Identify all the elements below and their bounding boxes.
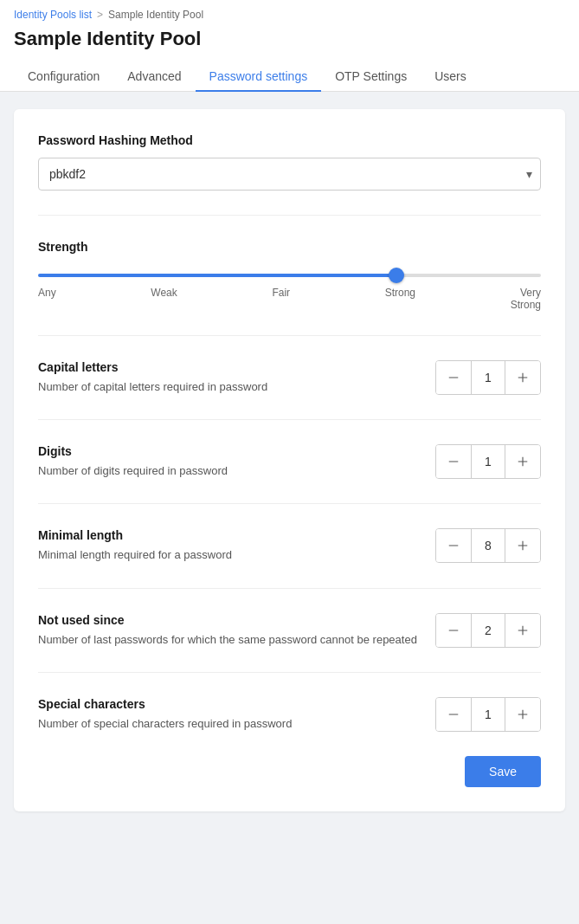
digits-control: 1 bbox=[435, 444, 541, 479]
content-area: Password Hashing Method pbkdf2 bcrypt ar… bbox=[0, 92, 579, 829]
divider-2 bbox=[38, 335, 541, 336]
minimal-length-increment[interactable] bbox=[505, 528, 540, 563]
tabs: Configuration Advanced Password settings… bbox=[14, 62, 565, 91]
capital-letters-desc: Number of capital letters required in pa… bbox=[38, 379, 418, 395]
breadcrumb: Identity Pools list > Sample Identity Po… bbox=[14, 9, 565, 21]
not-used-since-info: Not used since Number of last passwords … bbox=[38, 613, 435, 648]
digits-decrement[interactable] bbox=[436, 444, 471, 479]
capital-letters-title: Capital letters bbox=[38, 360, 418, 374]
not-used-since-title: Not used since bbox=[38, 613, 418, 627]
hashing-label: Password Hashing Method bbox=[38, 133, 541, 147]
not-used-since-value: 2 bbox=[471, 614, 505, 647]
hashing-section: Password Hashing Method pbkdf2 bcrypt ar… bbox=[38, 133, 541, 191]
tab-otp-settings[interactable]: OTP Settings bbox=[321, 62, 421, 92]
breadcrumb-current: Sample Identity Pool bbox=[108, 9, 203, 21]
not-used-since-row: Not used since Number of last passwords … bbox=[38, 613, 541, 648]
slider-label-strong: Strong bbox=[385, 287, 415, 311]
header: Identity Pools list > Sample Identity Po… bbox=[0, 0, 579, 92]
digits-desc: Number of digits required in password bbox=[38, 463, 418, 479]
capital-letters-value: 1 bbox=[471, 361, 505, 394]
special-characters-desc: Number of special characters required in… bbox=[38, 716, 418, 732]
slider-labels: Any Weak Fair Strong VeryStrong bbox=[38, 287, 541, 311]
slider-label-very-strong: VeryStrong bbox=[511, 287, 541, 311]
minus-icon bbox=[446, 707, 461, 722]
save-button[interactable]: Save bbox=[465, 756, 541, 787]
tab-password-settings[interactable]: Password settings bbox=[196, 62, 322, 92]
not-used-since-decrement[interactable] bbox=[436, 613, 471, 648]
special-characters-row: Special characters Number of special cha… bbox=[38, 697, 541, 732]
tab-configuration[interactable]: Configuration bbox=[14, 62, 113, 92]
minus-icon bbox=[446, 538, 461, 553]
special-characters-info: Special characters Number of special cha… bbox=[38, 697, 435, 732]
capital-letters-row: Capital letters Number of capital letter… bbox=[38, 360, 541, 395]
not-used-since-control: 2 bbox=[435, 613, 541, 648]
minimal-length-control: 8 bbox=[435, 528, 541, 563]
divider-1 bbox=[38, 215, 541, 216]
plus-icon bbox=[515, 538, 531, 553]
digits-title: Digits bbox=[38, 444, 418, 458]
slider-label-any: Any bbox=[38, 287, 56, 311]
plus-icon bbox=[515, 454, 531, 469]
plus-icon bbox=[515, 623, 531, 638]
capital-letters-info: Capital letters Number of capital letter… bbox=[38, 360, 435, 395]
plus-icon bbox=[515, 370, 531, 385]
save-row: Save bbox=[38, 756, 541, 787]
digits-increment[interactable] bbox=[505, 444, 540, 479]
settings-card: Password Hashing Method pbkdf2 bcrypt ar… bbox=[14, 109, 565, 811]
divider-5 bbox=[38, 588, 541, 589]
capital-letters-control: 1 bbox=[435, 360, 541, 395]
slider-label-weak: Weak bbox=[151, 287, 177, 311]
minus-icon bbox=[446, 623, 461, 638]
tab-advanced[interactable]: Advanced bbox=[113, 62, 195, 92]
divider-4 bbox=[38, 503, 541, 504]
breadcrumb-separator: > bbox=[97, 9, 103, 21]
not-used-since-increment[interactable] bbox=[505, 613, 540, 648]
strength-section: Strength Any Weak Fair Strong VeryStrong bbox=[38, 240, 541, 311]
special-characters-control: 1 bbox=[435, 697, 541, 732]
special-characters-title: Special characters bbox=[38, 697, 418, 711]
minus-icon bbox=[446, 454, 461, 469]
not-used-since-desc: Number of last passwords for which the s… bbox=[38, 632, 418, 648]
divider-3 bbox=[38, 419, 541, 420]
hashing-dropdown-wrapper: pbkdf2 bcrypt argon2 ▾ bbox=[38, 158, 541, 191]
digits-value: 1 bbox=[471, 445, 505, 478]
page-title: Sample Identity Pool bbox=[14, 28, 565, 50]
hashing-dropdown[interactable]: pbkdf2 bcrypt argon2 bbox=[38, 158, 541, 191]
minus-icon bbox=[446, 370, 461, 385]
minimal-length-row: Minimal length Minimal length required f… bbox=[38, 528, 541, 563]
minimal-length-desc: Minimal length required for a password bbox=[38, 547, 418, 563]
slider-label-fair: Fair bbox=[272, 287, 290, 311]
special-characters-increment[interactable] bbox=[505, 697, 540, 732]
special-characters-decrement[interactable] bbox=[436, 697, 471, 732]
strength-slider[interactable] bbox=[38, 274, 541, 277]
capital-letters-increment[interactable] bbox=[505, 360, 540, 395]
plus-icon bbox=[515, 707, 531, 722]
minimal-length-decrement[interactable] bbox=[436, 528, 471, 563]
minimal-length-value: 8 bbox=[471, 529, 505, 562]
slider-container bbox=[38, 266, 541, 280]
minimal-length-info: Minimal length Minimal length required f… bbox=[38, 528, 435, 563]
strength-label: Strength bbox=[38, 240, 541, 254]
digits-row: Digits Number of digits required in pass… bbox=[38, 444, 541, 479]
tab-users[interactable]: Users bbox=[421, 62, 480, 92]
breadcrumb-link[interactable]: Identity Pools list bbox=[14, 9, 92, 21]
capital-letters-decrement[interactable] bbox=[436, 360, 471, 395]
digits-info: Digits Number of digits required in pass… bbox=[38, 444, 435, 479]
minimal-length-title: Minimal length bbox=[38, 528, 418, 542]
special-characters-value: 1 bbox=[471, 698, 505, 731]
divider-6 bbox=[38, 672, 541, 673]
